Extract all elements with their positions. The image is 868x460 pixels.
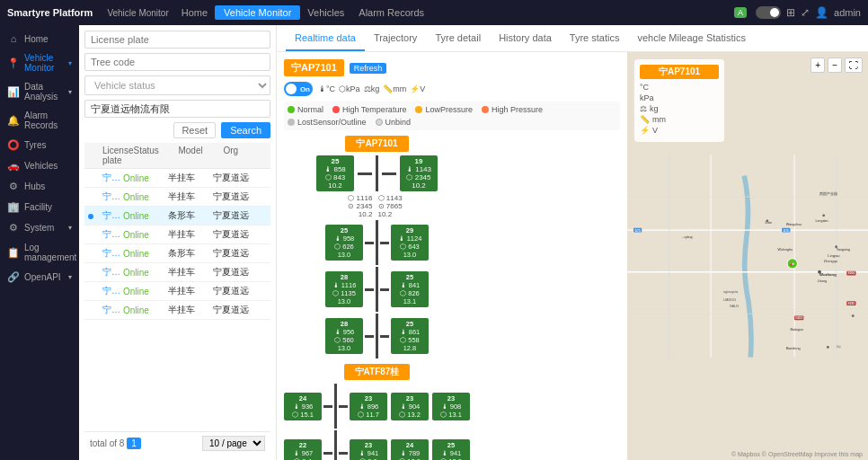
log-icon: 📋 bbox=[7, 247, 20, 259]
sidebar-item-vehicles[interactable]: 🚗 Vehicles bbox=[0, 155, 79, 176]
hubs-icon: ⚙ bbox=[7, 181, 20, 192]
row-status: Online bbox=[123, 173, 168, 183]
sidebar-facility-label: Facility bbox=[24, 202, 52, 212]
table-row[interactable]: 宁YA478桂 Online 半挂车 宁夏道远 bbox=[84, 169, 270, 188]
on-toggle[interactable]: On bbox=[284, 82, 313, 96]
sidebar-item-system[interactable]: ⚙ System ▾ bbox=[0, 217, 79, 238]
on-label: On bbox=[300, 85, 310, 93]
sidebar-vehicles-label: Vehicles bbox=[24, 161, 58, 171]
filter-org-row bbox=[84, 100, 270, 118]
table-row[interactable]: 宁ATF7桂 Online 半挂车 宁夏道远 bbox=[84, 188, 270, 207]
reset-button[interactable]: Reset bbox=[173, 122, 216, 138]
nav-vehicle-monitor[interactable]: Vehicle Monitor bbox=[215, 5, 300, 20]
row-plate: 宁A62773 bbox=[102, 247, 123, 260]
page-number[interactable]: 1 bbox=[127, 438, 141, 449]
search-button[interactable]: Search bbox=[221, 122, 270, 138]
tyre-R3-1: 25🌡 861⬡ 55812.8 bbox=[391, 318, 429, 354]
row-plate: 宁A62901 bbox=[102, 285, 123, 297]
sidebar-item-home[interactable]: ⌂ Home bbox=[0, 29, 79, 49]
main: ⌂ Home 📍 Vehicle Monitor ▾ 📊 Data Analys… bbox=[0, 25, 868, 460]
axle-row-v2-1: 24🌡 936⬡ 15.1 23🌡 896⬡ 11.7 bbox=[284, 384, 470, 429]
vi-plate: 宁AP7101 bbox=[640, 65, 719, 79]
sidebar-item-tyres[interactable]: ⭕ Tyres bbox=[0, 135, 79, 155]
refresh-button[interactable]: Refresh bbox=[350, 63, 387, 74]
table-row[interactable]: 宁AQ323桂 Online 半挂车 宁夏道远 bbox=[84, 226, 270, 244]
voltage-icon-overlay: ⚡ bbox=[640, 126, 650, 135]
legend: Normal High Temperature LowPressure bbox=[284, 102, 620, 130]
map-zoom-out[interactable]: − bbox=[828, 58, 842, 73]
table-row[interactable]: 宁AE9116 Online 半挂车 宁夏道远 bbox=[84, 301, 270, 320]
tab-tyre-statics[interactable]: Tyre statics bbox=[561, 25, 629, 51]
sidebar-item-hubs[interactable]: ⚙ Hubs bbox=[0, 176, 79, 197]
legend-unbind-label: Unbind bbox=[385, 118, 412, 127]
svg-text:Lhung: Lhung bbox=[818, 279, 827, 283]
table-header: License plate Status Model Org bbox=[84, 143, 270, 169]
map-zoom-in[interactable]: + bbox=[810, 58, 825, 73]
nav-alarm-records[interactable]: Alarm Records bbox=[351, 7, 431, 18]
tab-tyre-detail[interactable]: Tyre detail bbox=[426, 25, 490, 51]
icon-resize[interactable]: ⤢ bbox=[801, 6, 810, 19]
th-model: Model bbox=[178, 146, 223, 165]
icon-grid[interactable]: ⊞ bbox=[786, 6, 795, 19]
map-fullscreen[interactable]: ⛶ bbox=[845, 58, 863, 73]
tab-history[interactable]: History data bbox=[490, 25, 561, 51]
sidebar-item-vehicle-monitor[interactable]: 📍 Vehicle Monitor ▾ bbox=[0, 49, 79, 77]
vi-voltage-row: ⚡ V bbox=[640, 126, 719, 135]
license-input[interactable] bbox=[84, 31, 270, 49]
icon-user[interactable]: 👤 bbox=[815, 6, 828, 19]
a-badge: A bbox=[734, 7, 747, 18]
svg-text:Yangning: Yangning bbox=[837, 248, 850, 252]
tyre-v2-R1b: 23🌡 904⬡ 13.2 bbox=[391, 393, 429, 420]
top-toggle[interactable] bbox=[756, 6, 781, 19]
sidebar-item-data-analysis[interactable]: 📊 Data Analysis ▾ bbox=[0, 77, 79, 106]
diagram-map-area: 宁AP7101 Refresh On 🌡°C bbox=[277, 52, 868, 460]
tab-realtime[interactable]: Realtime data bbox=[286, 25, 365, 51]
table-row[interactable]: 宁A8919桂 Online 半挂车 宁夏道远 bbox=[84, 263, 270, 282]
th-org: Org bbox=[223, 146, 270, 165]
content-body: Vehicle status Reset Search Li bbox=[79, 25, 868, 460]
th-plate: License plate bbox=[102, 146, 133, 165]
tab-mileage[interactable]: vehcle Mileage Statistics bbox=[628, 25, 754, 51]
svg-text:Biandong: Biandong bbox=[786, 347, 801, 350]
row-plate: 宁AQ323桂 bbox=[102, 228, 123, 241]
low-pressure-dot bbox=[415, 106, 422, 113]
sidebar-item-openapi[interactable]: 🔗 OpenAPI ▾ bbox=[0, 267, 79, 288]
vehicle-info-overlay: 宁AP7101 °C kPa ⚖ kg bbox=[634, 59, 724, 142]
row-status: Online bbox=[123, 268, 168, 278]
tyre-v2-L1: 24🌡 936⬡ 15.1 bbox=[284, 393, 322, 420]
sidebar-item-facility[interactable]: 🏢 Facility bbox=[0, 197, 79, 217]
openapi-icon: 🔗 bbox=[7, 271, 20, 283]
axle-row-2: 28🌡 1116⬡ 113513.0 25🌡 841⬡ 82613.1 bbox=[325, 267, 429, 312]
tree-input[interactable] bbox=[84, 53, 270, 71]
h-bar3 bbox=[365, 288, 374, 291]
diagram-column: 宁AP7101 25 🌡 858 ⬡ 843 10.2 bbox=[284, 136, 470, 460]
table-row[interactable]: 宁A62901 Online 半挂车 宁夏道远 bbox=[84, 282, 270, 301]
top-icons: A ⊞ ⤢ 👤 admin bbox=[734, 6, 861, 19]
nav-vehicles[interactable]: Vehicles bbox=[300, 7, 351, 18]
vehicles-icon: 🚗 bbox=[7, 160, 20, 172]
row-status: Online bbox=[123, 249, 168, 259]
vehicle-label-2: 宁ATF87桂 bbox=[344, 364, 411, 380]
per-page-select[interactable]: 10 / page bbox=[202, 436, 265, 451]
length-label: mm bbox=[652, 115, 666, 124]
sidebar-item-alarm[interactable]: 🔔 Alarm Records bbox=[0, 106, 79, 135]
vehicle-status-select[interactable]: Vehicle status bbox=[84, 75, 270, 95]
vi-temp-row: °C bbox=[640, 83, 719, 92]
weight-icon: ⚖kg bbox=[364, 84, 380, 93]
svg-text:S225: S225 bbox=[848, 302, 855, 305]
vi-pressure-row: kPa bbox=[640, 93, 719, 102]
table-row[interactable]: 宁A62773 Online 条形车 宁夏道远 bbox=[84, 244, 270, 263]
axle-hbar bbox=[358, 172, 372, 175]
spine5 bbox=[334, 430, 337, 460]
org-input[interactable] bbox=[84, 100, 270, 118]
table-row-selected[interactable]: 宁AP7101 Online 条形车 宁夏道远 bbox=[84, 207, 270, 226]
row-status: Online bbox=[123, 192, 168, 202]
map-copyright: © Mapbox © OpenStreetMap Improve this ma… bbox=[731, 451, 863, 457]
sidebar-item-log[interactable]: 📋 Log management bbox=[0, 238, 79, 267]
h-bar4 bbox=[380, 288, 389, 291]
tab-trajectory[interactable]: Trajectory bbox=[365, 25, 427, 51]
nav-home[interactable]: Home bbox=[174, 7, 215, 18]
row-status: Online bbox=[123, 287, 168, 296]
home-icon: ⌂ bbox=[7, 33, 20, 44]
svg-text:Baitugou: Baitugou bbox=[790, 328, 803, 332]
